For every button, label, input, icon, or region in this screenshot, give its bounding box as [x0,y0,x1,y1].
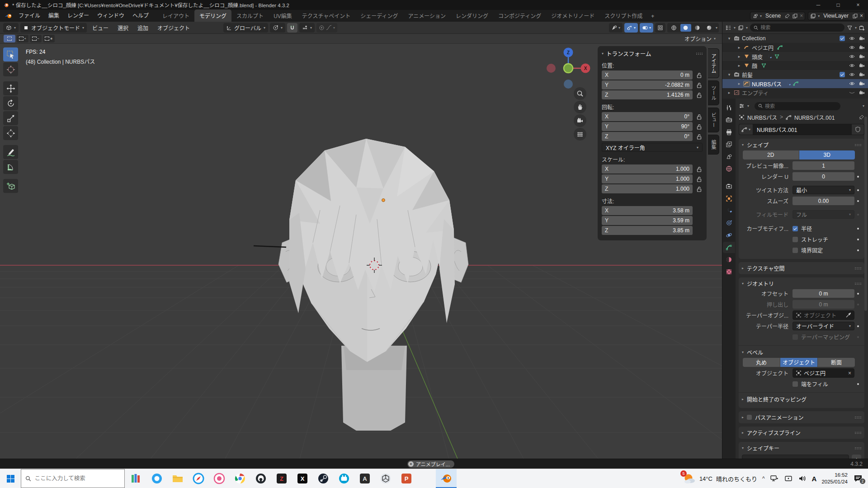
pan-button[interactable] [574,101,586,113]
select-mode-extend-button[interactable]: + [17,35,28,42]
transform-panel-header[interactable]: ▾ トランスフォーム [602,49,703,58]
xray-toggle[interactable]: ▾ [640,23,653,33]
fill-mode-dropdown[interactable]: フル▾ [793,210,854,219]
editor-type-dropdown[interactable]: ▾ [3,23,19,33]
blender-menu-logo-icon[interactable] [5,13,13,19]
menu-edit[interactable]: 編集 [44,10,63,22]
taskbar-clock[interactable]: 16:52 2025/01/24 [821,472,848,485]
menu-help[interactable]: ヘルプ [128,10,153,22]
expand-icon[interactable]: ▾ [726,36,732,41]
taskbar-app-mail[interactable] [146,469,167,488]
taskbar-app-z[interactable]: Z [271,469,292,488]
outliner-search-input[interactable] [760,25,841,30]
ntab-item[interactable]: アイテム [708,48,719,78]
bevel-panel-header[interactable]: ▾ ベベル [742,348,861,356]
select-mode-new-button[interactable] [4,35,15,42]
collection-checkbox[interactable] [840,72,845,77]
close-icon[interactable]: × [848,0,868,10]
properties-scrollbar[interactable] [864,117,867,311]
render-u-field[interactable]: 0 [793,172,854,181]
menu-object[interactable]: オブジェクト [154,24,193,32]
minimize-icon[interactable]: ─ [808,0,828,10]
toggle-2d[interactable]: 2D [743,150,799,160]
tab-compositing[interactable]: コンポジティング [493,9,546,22]
new-collection-icon[interactable] [859,25,865,31]
expand-icon[interactable]: ▸ [726,90,732,95]
taskbar-search-input[interactable] [35,475,120,482]
display-mode-icon[interactable] [738,25,744,31]
shading-material-button[interactable] [692,24,703,32]
eye-icon[interactable] [849,81,855,86]
tab-particles[interactable] [723,217,735,229]
pivot-point-dropdown[interactable]: ▾ [270,23,285,33]
transform-tool[interactable] [3,126,18,140]
bevel-round-tab[interactable]: 丸め [743,358,780,367]
taskbar-app-x[interactable]: X [292,469,313,488]
taskbar-app-books[interactable] [126,469,146,488]
tab-object-data[interactable] [723,242,735,253]
lock-icon[interactable] [695,134,703,140]
running-operator-pill[interactable]: × アニメプレイ... [407,460,454,468]
breadcrumb-object[interactable]: NURBSパス [747,113,777,121]
fake-user-shield-icon[interactable] [852,124,864,135]
add-shape-key-button[interactable]: + [852,455,861,459]
menu-view[interactable]: ビュー [89,24,112,32]
camera-visibility-icon[interactable] [859,72,865,77]
path-animation-checkbox[interactable] [747,415,752,420]
scene-selector[interactable]: ▾ Scene × [750,12,805,20]
scale-tool[interactable] [3,111,18,125]
menu-select[interactable]: 選択 [114,24,132,32]
twist-method-dropdown[interactable]: 最小▾ [793,186,854,194]
eyedropper-icon[interactable] [845,312,851,318]
lock-icon[interactable] [695,124,703,130]
eye-icon[interactable] [849,72,855,77]
panel-grip-icon[interactable] [696,52,703,55]
smooth-field[interactable]: 0.00 [793,197,854,205]
stretch-checkbox[interactable] [793,237,798,242]
taskbar-app-blender[interactable] [436,469,457,488]
geometry-panel-header[interactable]: ▾ ジオメトリ [742,280,861,287]
snap-target-dropdown[interactable]: ▾ [299,23,315,33]
zoom-button[interactable] [574,87,586,100]
taskbar-app-github[interactable] [250,469,271,488]
panel-grip-icon[interactable] [854,432,861,434]
options-dropdown[interactable]: オプション ▾ [682,35,718,42]
taskbar-app-powerpoint[interactable]: P [396,469,417,488]
fill-caps-checkbox[interactable] [793,381,798,387]
taskbar-app-chrome[interactable] [230,469,250,488]
location-y-field[interactable]: Y-2.0882 m [602,80,693,89]
dimensions-y-field[interactable]: Y3.59 m [602,216,693,225]
tab-rendering[interactable]: レンダリング [451,9,493,22]
start-button[interactable] [0,469,21,488]
menu-window[interactable]: ウィンドウ [93,10,128,22]
orthographic-toggle-button[interactable] [574,128,586,141]
overlays-toggle[interactable]: ▾ [624,23,638,33]
cancel-icon[interactable]: × [408,461,414,467]
outliner-editor-icon[interactable] [726,25,731,31]
dimensions-z-field[interactable]: Z3.85 m [602,226,693,235]
eye-icon[interactable] [849,45,855,50]
tab-scripting[interactable]: スクリプト作成 [599,9,647,22]
tab-physics[interactable] [723,230,735,241]
tab-shading[interactable]: シェーディング [355,9,403,22]
viewlayer-selector[interactable]: ▾ ViewLayer × [808,12,865,20]
tab-render[interactable] [723,114,735,126]
camera-visibility-icon[interactable] [859,45,865,50]
lock-icon[interactable] [695,114,703,120]
properties-editor-icon[interactable] [739,103,745,109]
panel-grip-icon[interactable] [854,267,861,270]
camera-visibility-icon[interactable] [859,36,865,41]
breadcrumb-data[interactable]: NURBSパス.001 [794,113,835,121]
select-mode-subtract-button[interactable]: − [30,35,42,42]
ime-indicator[interactable]: A [812,475,817,483]
add-primitive-tool[interactable] [3,179,18,193]
tab-view-layer[interactable] [723,139,735,150]
scale-x-field[interactable]: X1.000 [602,164,693,174]
taskbar-app-a[interactable]: A [354,469,375,488]
outliner-search[interactable] [750,23,844,32]
eye-icon[interactable] [849,63,855,68]
extrude-field[interactable]: 0 m [793,300,854,309]
lock-icon[interactable] [695,186,703,192]
notification-center[interactable]: 2 [853,474,863,483]
scale-z-field[interactable]: Z1.000 [602,184,693,193]
